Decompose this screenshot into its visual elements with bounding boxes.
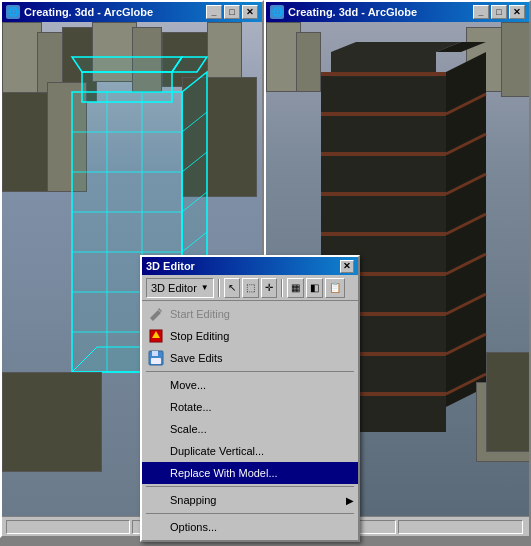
rotate-label: Rotate... — [170, 401, 354, 413]
maximize-button-right[interactable]: □ — [491, 5, 507, 19]
svg-rect-27 — [321, 152, 446, 156]
duplicate-vertical-icon — [146, 441, 166, 461]
editor-dialog: 3D Editor ✕ 3D Editor ▼ ↖ ⬚ ✛ ▦ — [140, 255, 360, 542]
toolbar-select-tool[interactable]: ⬚ — [242, 278, 259, 298]
status-segment-r-right — [398, 520, 524, 534]
toolbar-separator-2 — [281, 279, 283, 297]
dropdown-label: 3D Editor — [151, 282, 197, 294]
menu-sep-3 — [146, 513, 354, 514]
move-placeholder-icon — [146, 375, 166, 395]
title-buttons-right: _ □ ✕ — [473, 5, 525, 19]
toolbar-properties-btn[interactable]: 📋 — [325, 278, 345, 298]
minimize-button-right[interactable]: _ — [473, 5, 489, 19]
dialog-close-button[interactable]: ✕ — [340, 260, 354, 273]
arrow-tool-icon: ↖ — [228, 282, 236, 293]
menu-item-move[interactable]: Move... — [142, 374, 358, 396]
status-segment-left — [6, 520, 130, 534]
title-buttons-left: _ □ ✕ — [206, 5, 258, 19]
3d-editor-dropdown[interactable]: 3D Editor ▼ — [146, 278, 214, 298]
desktop: 🌐 Creating. 3dd - ArcGlobe _ □ ✕ — [0, 0, 531, 546]
move-label: Move... — [170, 379, 354, 391]
window-title-right: Creating. 3dd - ArcGlobe — [288, 6, 417, 18]
context-menu: Start Editing Stop Editing — [142, 301, 358, 540]
start-editing-icon — [146, 304, 166, 324]
dropdown-arrow: ▼ — [201, 283, 209, 292]
toolbar-separator-1 — [218, 279, 220, 297]
fg-building-r2 — [486, 352, 529, 452]
menu-item-replace-with-model[interactable]: Replace With Model... — [142, 462, 358, 484]
snapping-submenu-arrow: ▶ — [346, 495, 354, 506]
title-bar-right: 🌐 Creating. 3dd - ArcGlobe _ □ ✕ — [266, 2, 529, 22]
menu-item-start-editing[interactable]: Start Editing — [142, 303, 358, 325]
save-edits-icon — [146, 348, 166, 368]
move-icon: ✛ — [265, 282, 273, 293]
svg-marker-2 — [72, 57, 182, 72]
layers-icon: ◧ — [310, 282, 319, 293]
bg-building-r — [296, 32, 321, 92]
close-button-left[interactable]: ✕ — [242, 5, 258, 19]
app-icon-left: 🌐 — [6, 5, 20, 19]
rotate-placeholder-icon — [146, 397, 166, 417]
snapping-icon — [146, 490, 166, 510]
replace-model-icon — [146, 463, 166, 483]
svg-rect-1 — [82, 72, 172, 102]
maximize-button-left[interactable]: □ — [224, 5, 240, 19]
menu-item-scale[interactable]: Scale... — [142, 418, 358, 440]
svg-rect-44 — [152, 351, 158, 356]
options-icon — [146, 517, 166, 537]
save-edits-label: Save Edits — [170, 352, 354, 364]
close-button-right[interactable]: ✕ — [509, 5, 525, 19]
menu-item-snapping[interactable]: Snapping ▶ — [142, 489, 358, 511]
options-label: Options... — [170, 521, 354, 533]
menu-item-options[interactable]: Options... — [142, 516, 358, 538]
snapping-label: Snapping — [170, 494, 346, 506]
mid-building — [2, 92, 52, 192]
window-title-left: Creating. 3dd - ArcGlobe — [24, 6, 153, 18]
menu-item-stop-editing[interactable]: Stop Editing — [142, 325, 358, 347]
svg-rect-26 — [321, 112, 446, 116]
app-icon-right: 🌐 — [270, 5, 284, 19]
svg-rect-28 — [321, 192, 446, 196]
dialog-toolbar: 3D Editor ▼ ↖ ⬚ ✛ ▦ ◧ 📋 — [142, 275, 358, 301]
menu-item-duplicate-vertical[interactable]: Duplicate Vertical... — [142, 440, 358, 462]
replace-with-model-label: Replace With Model... — [170, 467, 354, 479]
scale-placeholder-icon — [146, 419, 166, 439]
title-bar-left: 🌐 Creating. 3dd - ArcGlobe _ □ ✕ — [2, 2, 262, 22]
scale-label: Scale... — [170, 423, 354, 435]
svg-rect-25 — [321, 72, 446, 76]
grid-icon: ▦ — [291, 282, 300, 293]
start-editing-label: Start Editing — [170, 308, 354, 320]
toolbar-layers-btn[interactable]: ◧ — [306, 278, 323, 298]
stop-editing-icon — [146, 326, 166, 346]
menu-item-rotate[interactable]: Rotate... — [142, 396, 358, 418]
duplicate-vertical-label: Duplicate Vertical... — [170, 445, 354, 457]
select-icon: ⬚ — [246, 282, 255, 293]
dialog-title-text: 3D Editor — [146, 260, 195, 272]
menu-item-save-edits[interactable]: Save Edits — [142, 347, 358, 369]
properties-icon: 📋 — [329, 282, 341, 293]
bg-building-r — [501, 22, 529, 97]
bg-building — [2, 22, 42, 102]
menu-sep-1 — [146, 371, 354, 372]
toolbar-arrow-tool[interactable]: ↖ — [224, 278, 240, 298]
toolbar-move-tool[interactable]: ✛ — [261, 278, 277, 298]
menu-sep-2 — [146, 486, 354, 487]
svg-rect-45 — [151, 358, 161, 364]
fg-building — [2, 372, 102, 472]
minimize-button-left[interactable]: _ — [206, 5, 222, 19]
toolbar-grid-btn[interactable]: ▦ — [287, 278, 304, 298]
stop-editing-label: Stop Editing — [170, 330, 354, 342]
dialog-title-bar: 3D Editor ✕ — [142, 257, 358, 275]
svg-rect-29 — [321, 232, 446, 236]
